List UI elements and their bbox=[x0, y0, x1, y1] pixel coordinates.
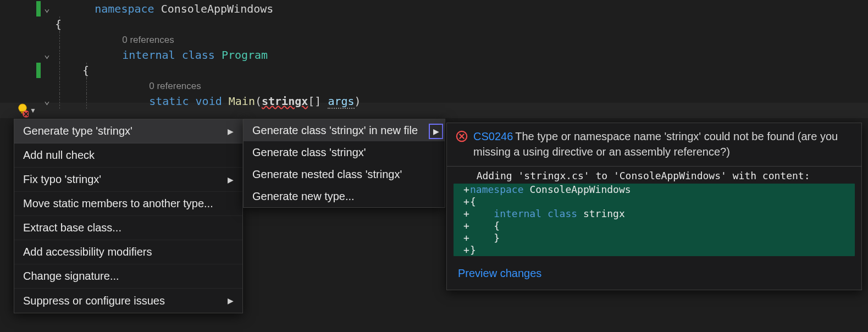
quick-action-preview-panel: CS0246The type or namespace name 'string… bbox=[446, 123, 862, 290]
modification-bar bbox=[36, 1, 41, 16]
menu-item-label: Add accessibility modifiers bbox=[23, 246, 234, 258]
chevron-down-icon: ▼ bbox=[30, 107, 36, 114]
code-editor[interactable]: ⌄ namespace ConsoleAppWindows { 0 refere… bbox=[0, 0, 868, 109]
modification-bar bbox=[36, 63, 41, 78]
menu-item-label: Generate type 'stringx' bbox=[23, 125, 223, 137]
submenu-expand-indicator[interactable]: ▶ bbox=[429, 124, 443, 139]
menu-item-label: Move static members to another type... bbox=[23, 197, 234, 210]
param-args: args bbox=[328, 95, 354, 109]
menu-item-label: Add null check bbox=[23, 149, 234, 162]
chevron-right-icon: ▶ bbox=[228, 175, 234, 184]
preview-error-row: CS0246The type or namespace name 'string… bbox=[447, 123, 861, 167]
error-icon bbox=[456, 130, 468, 142]
menu-item-label: Change signature... bbox=[23, 270, 234, 283]
keyword-void: void bbox=[196, 95, 229, 108]
diff-line: +} bbox=[454, 244, 855, 256]
menu-item-extract-base-class[interactable]: Extract base class... bbox=[14, 216, 242, 240]
menu-item-add-null-check[interactable]: Add null check bbox=[14, 143, 242, 168]
diff-line: +{ bbox=[454, 196, 855, 208]
menu-item-label: Generate nested class 'stringx' bbox=[252, 168, 436, 181]
diff-line: + internal class stringx bbox=[454, 208, 855, 220]
keyword-class: class bbox=[182, 48, 222, 62]
menu-item-generate-type[interactable]: Generate type 'stringx' ▶ bbox=[14, 119, 242, 143]
menu-item-fix-typo[interactable]: Fix typo 'stringx' ▶ bbox=[14, 168, 242, 192]
paren-close: ) bbox=[355, 95, 361, 108]
array-brackets: [] bbox=[308, 95, 328, 108]
diff-line: + } bbox=[454, 232, 855, 244]
method-name: Main bbox=[229, 95, 255, 108]
quick-actions-menu: Generate type 'stringx' ▶ Add null check… bbox=[14, 119, 243, 313]
chevron-right-icon: ▶ bbox=[228, 296, 234, 305]
diff-line: +namespace ConsoleAppWindows bbox=[454, 184, 855, 196]
error-code[interactable]: CS0246 bbox=[473, 130, 513, 142]
menu-item-add-accessibility[interactable]: Add accessibility modifiers bbox=[14, 240, 242, 264]
chevron-right-icon: ▶ bbox=[228, 127, 234, 136]
submenu-item-generate-new-type[interactable]: Generate new type... bbox=[244, 185, 445, 207]
menu-item-label: Extract base class... bbox=[23, 222, 234, 234]
menu-item-change-signature[interactable]: Change signature... bbox=[14, 264, 242, 289]
paren-open: ( bbox=[255, 95, 262, 108]
submenu-item-generate-class[interactable]: Generate class 'stringx' bbox=[244, 141, 445, 163]
menu-item-label: Generate class 'stringx' bbox=[252, 146, 436, 159]
keyword-namespace: namespace bbox=[95, 2, 161, 15]
menu-item-label: Suppress or configure issues bbox=[23, 295, 223, 307]
submenu-item-generate-class-new-file[interactable]: Generate class 'stringx' in new file bbox=[244, 119, 445, 141]
menu-item-label: Fix typo 'stringx' bbox=[23, 173, 223, 186]
menu-item-move-static-members[interactable]: Move static members to another type... bbox=[14, 192, 242, 216]
submenu-item-generate-nested-class[interactable]: Generate nested class 'stringx' bbox=[244, 163, 445, 185]
error-type-token: stringx bbox=[262, 95, 308, 108]
namespace-name: ConsoleAppWindows bbox=[161, 2, 274, 15]
diff-line: + { bbox=[454, 220, 855, 232]
menu-item-label: Generate class 'stringx' in new file bbox=[252, 124, 436, 137]
preview-diff: Adding 'stringx.cs' to 'ConsoleAppWindow… bbox=[454, 167, 855, 256]
error-message: The type or namespace name 'stringx' cou… bbox=[473, 130, 838, 158]
error-text: CS0246The type or namespace name 'string… bbox=[473, 129, 852, 159]
diff-header: Adding 'stringx.cs' to 'ConsoleAppWindow… bbox=[454, 167, 855, 184]
quick-action-lightbulb[interactable]: ▼ bbox=[16, 102, 36, 119]
preview-changes-link[interactable]: Preview changes bbox=[447, 256, 861, 283]
menu-item-label: Generate new type... bbox=[252, 190, 436, 203]
quick-actions-submenu: Generate class 'stringx' in new file Gen… bbox=[243, 119, 445, 208]
menu-item-suppress-configure[interactable]: Suppress or configure issues ▶ bbox=[14, 289, 242, 313]
diff-body: +namespace ConsoleAppWindows +{ + intern… bbox=[454, 184, 855, 256]
lightbulb-error-icon bbox=[16, 102, 29, 119]
keyword-internal: internal bbox=[122, 48, 181, 62]
class-name: Program bbox=[222, 48, 268, 62]
keyword-static: static bbox=[149, 95, 195, 108]
